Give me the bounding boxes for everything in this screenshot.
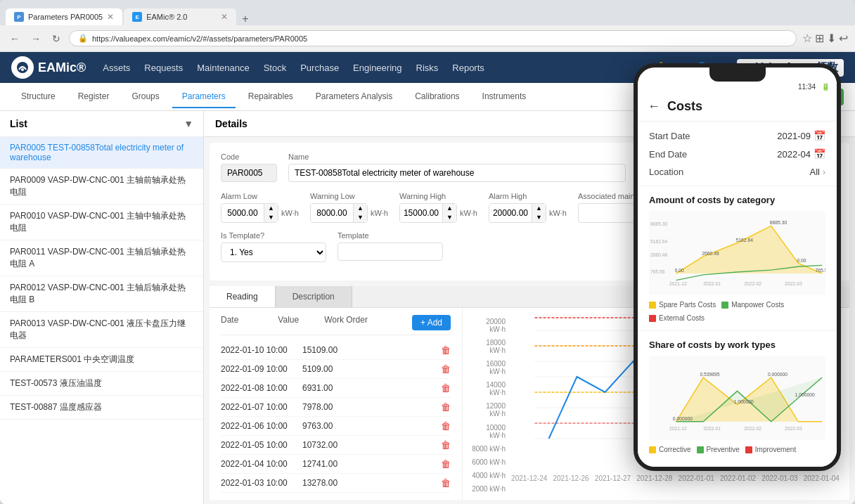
phone-back-button[interactable]: ← xyxy=(648,99,660,114)
tab-label-2: EAMic® 2.0 xyxy=(146,13,187,21)
delete-reading-button[interactable]: 🗑 xyxy=(441,458,451,470)
x-label: 2021-12-24 xyxy=(511,474,547,482)
alarm-high-input[interactable] xyxy=(489,205,532,221)
delete-reading-button[interactable]: 🗑 xyxy=(441,401,451,413)
form-group-warning-high: Warning High ▲ ▼ kW·h xyxy=(399,192,477,223)
warning-high-input[interactable] xyxy=(400,205,442,221)
list-item[interactable]: TEST-00573 液压油温度 xyxy=(0,372,203,396)
add-reading-button[interactable]: + Add xyxy=(412,315,451,330)
filter-icon[interactable]: ▼ xyxy=(184,118,193,129)
reload-button[interactable]: ↻ xyxy=(49,32,63,46)
tab-calibrations[interactable]: Calibrations xyxy=(405,86,469,108)
list-item[interactable]: PAR0011 VASP-DW-CNC-001 主轴后轴承处热电阻 A xyxy=(0,240,203,276)
nav-assets[interactable]: Assets xyxy=(103,60,130,76)
tab-structure[interactable]: Structure xyxy=(11,86,65,108)
alarm-low-down[interactable]: ▼ xyxy=(264,213,278,222)
reading-value: 13278.00 xyxy=(302,478,373,488)
phone-chart2-section: Share of costs by work types 0.000000 0.… xyxy=(638,331,837,462)
nav-risks[interactable]: Risks xyxy=(416,60,439,76)
nav-reports[interactable]: Reports xyxy=(452,60,484,76)
calendar-icon[interactable]: 📅 xyxy=(814,130,825,141)
alarm-low-input[interactable] xyxy=(221,205,264,221)
browser-tab-2[interactable]: E EAMic® 2.0 ✕ xyxy=(124,8,236,25)
tab-parameters[interactable]: Parameters xyxy=(172,86,236,108)
y-label: 14000 kW·h xyxy=(470,381,506,396)
alarm-high-down[interactable]: ▼ xyxy=(532,213,546,222)
template-input[interactable] xyxy=(338,243,443,261)
legend-dot-spare xyxy=(649,302,656,309)
list-item[interactable]: PAR0009 VASP-DW-CNC-001 主轴前轴承处热电阻 xyxy=(0,169,203,205)
delete-reading-button[interactable]: 🗑 xyxy=(441,420,451,432)
svg-text:2021-12: 2021-12 xyxy=(669,426,687,431)
new-tab-button[interactable]: + xyxy=(238,13,252,25)
tab-repairables[interactable]: Repairables xyxy=(238,86,303,108)
browser-window: P Parameters PAR0005 ✕ E EAMic® 2.0 ✕ + … xyxy=(0,0,855,504)
phone-location-label: Location xyxy=(649,167,683,177)
back-button[interactable]: ← xyxy=(7,32,22,46)
delete-reading-button[interactable]: 🗑 xyxy=(441,344,451,356)
section-tab-description[interactable]: Description xyxy=(276,286,352,307)
nav-stock[interactable]: Stock xyxy=(264,60,287,76)
list-item[interactable]: PAR0010 VASP-DW-CNC-001 主轴中轴承处热电阻 xyxy=(0,205,203,240)
nav-requests[interactable]: Requests xyxy=(144,60,183,76)
svg-text:2022-02: 2022-02 xyxy=(744,426,761,431)
list-item-link-par0005[interactable]: PAR0005 TEST-00858Total electricity mete… xyxy=(10,143,184,162)
list-item[interactable]: TEST-00887 温度感应器 xyxy=(0,396,203,420)
address-bar[interactable]: 🔒 https://valueapex.com/eamic/v2/#/asset… xyxy=(69,30,797,46)
is-template-select[interactable]: 1. Yes xyxy=(221,243,326,262)
logo-area: EAMic® xyxy=(11,56,86,79)
svg-text:8885.30: 8885.30 xyxy=(770,220,788,225)
list-item[interactable]: PAR0005 TEST-00858Total electricity mete… xyxy=(0,137,203,169)
tab-close-2[interactable]: ✕ xyxy=(221,12,228,22)
extension-icon[interactable]: ⊞ xyxy=(815,32,824,45)
x-label: 2022-01-01 xyxy=(679,474,714,482)
delete-reading-button[interactable]: 🗑 xyxy=(441,477,451,489)
status-time: 11:34 xyxy=(798,83,816,91)
warning-low-up[interactable]: ▲ xyxy=(354,204,367,213)
tab-parameters-analysis[interactable]: Parameters Analysis xyxy=(306,86,402,108)
legend-external: External Costs xyxy=(649,314,705,322)
alarm-high-spinner-btns: ▲ ▼ xyxy=(532,204,546,222)
list-item-text-par0011: PAR0011 VASP-DW-CNC-001 主轴后轴承处热电阻 A xyxy=(10,247,186,269)
svg-text:2022-02: 2022-02 xyxy=(744,281,761,286)
tab-instruments[interactable]: Instruments xyxy=(472,86,536,108)
download-icon[interactable]: ⬇ xyxy=(827,32,836,45)
tab-groups[interactable]: Groups xyxy=(122,86,169,108)
forward-button[interactable]: → xyxy=(28,32,44,46)
browser-tab-active[interactable]: P Parameters PAR0005 ✕ xyxy=(6,8,122,25)
list-item-text-param001: PARAMETERS001 中央空调温度 xyxy=(10,354,134,364)
phone-header: ← Costs xyxy=(638,92,837,122)
name-input[interactable] xyxy=(288,164,626,182)
refresh-icon[interactable]: ↩ xyxy=(839,32,848,45)
nav-engineering[interactable]: Engineering xyxy=(353,60,401,76)
delete-reading-button[interactable]: 🗑 xyxy=(441,382,451,394)
list-item[interactable]: PAR0012 VASP-DW-CNC-001 主轴后轴承处热电阻 B xyxy=(0,276,203,312)
warning-low-input[interactable] xyxy=(311,205,353,221)
phone-title: Costs xyxy=(667,99,702,114)
delete-reading-button[interactable]: 🗑 xyxy=(441,363,451,375)
alarm-high-up[interactable]: ▲ xyxy=(532,204,546,213)
list-item[interactable]: PARAMETERS001 中央空调温度 xyxy=(0,348,203,372)
bookmark-icon[interactable]: ☆ xyxy=(802,32,812,45)
delete-reading-button[interactable]: 🗑 xyxy=(441,439,451,451)
code-input[interactable] xyxy=(221,164,277,182)
svg-text:1.000000: 1.000000 xyxy=(734,399,754,404)
section-tab-reading[interactable]: Reading xyxy=(210,286,276,307)
calendar-icon-2[interactable]: 📅 xyxy=(814,148,825,160)
alarm-low-up[interactable]: ▲ xyxy=(264,204,278,213)
nav-maintenance[interactable]: Maintenance xyxy=(197,60,249,76)
tab-close-1[interactable]: ✕ xyxy=(107,12,114,22)
warning-low-down[interactable]: ▼ xyxy=(354,213,367,222)
is-template-label: Is Template? xyxy=(221,231,326,240)
nav-purchase[interactable]: Purchase xyxy=(300,60,339,76)
warning-low-label: Warning Low xyxy=(310,192,388,200)
tab-register[interactable]: Register xyxy=(68,86,120,108)
x-label: 2022-01-02 xyxy=(720,474,756,482)
x-axis-labels: 2021-12-24 2021-12-26 2021-12-27 2021-12… xyxy=(508,474,842,482)
browser-actions: ☆ ⊞ ⬇ ↩ xyxy=(802,32,848,45)
list-item[interactable]: PAR0013 VASP-DW-CNC-001 液压卡盘压力继电器 xyxy=(0,312,203,348)
warning-low-input-group: ▲ ▼ kW·h xyxy=(310,203,388,223)
warning-high-up[interactable]: ▲ xyxy=(443,204,456,213)
warning-high-down[interactable]: ▼ xyxy=(443,213,456,222)
chevron-right-icon[interactable]: › xyxy=(823,167,825,177)
